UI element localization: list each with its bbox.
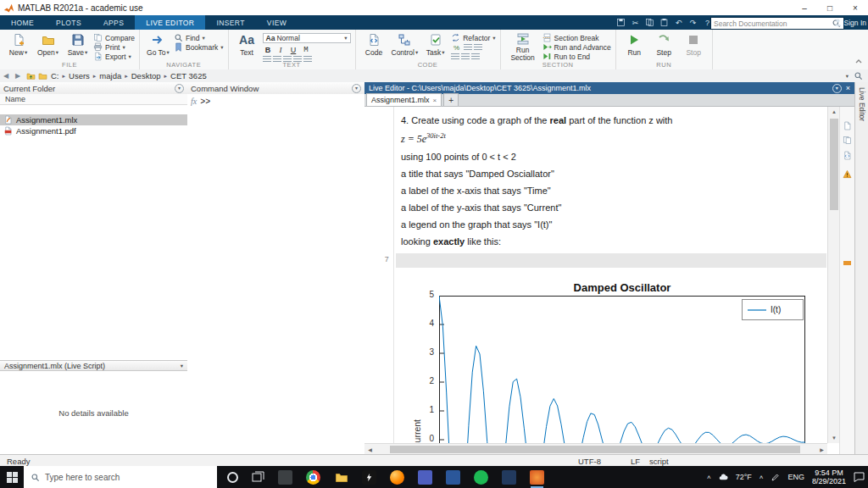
open-button[interactable]: Open▾ [34,31,62,60]
command-prompt[interactable]: >> [200,97,210,107]
goto-button[interactable]: Go To▾ [144,31,172,60]
step-button[interactable]: Step [650,31,678,60]
notification-center-icon[interactable] [854,472,865,482]
close-button[interactable]: × [843,0,868,15]
forward-icon[interactable]: ▶ [12,72,24,80]
tab-insert[interactable]: INSERT [205,15,255,30]
collapse-panel-icon[interactable]: ▾ [352,84,361,93]
live-editor-dock-tab[interactable]: Live Editor [858,82,866,121]
paste-icon[interactable] [659,18,669,27]
bolt-app-icon[interactable] [362,470,376,485]
chevron-up-icon[interactable]: ˄ [707,474,711,481]
uncomment-icon[interactable] [474,44,482,52]
back-icon[interactable]: ◀ [0,72,12,80]
section-break-button[interactable]: Section Break [542,33,611,42]
up-folder-icon[interactable] [26,71,36,80]
code-analyzer-warning-icon[interactable] [843,169,852,179]
output-inline-icon[interactable] [843,121,852,130]
print-button[interactable]: Print▾ [93,42,135,52]
close-panel-icon[interactable]: × [846,84,850,92]
run-button[interactable]: Run [620,31,648,60]
stop-button[interactable]: Stop [680,31,708,60]
wrap-comments-icon[interactable] [464,44,472,52]
live-script-document[interactable]: 7 4. Create using code a graph of the re… [364,107,827,443]
vertical-scrollbar[interactable]: ▲ ▼ [827,107,840,443]
hide-code-icon[interactable] [843,151,852,160]
firefox-icon[interactable] [390,470,404,485]
run-section-button[interactable]: Run Section [505,31,541,60]
text-style-select[interactable]: Aa Normal ▾ [263,33,351,43]
indent-left-icon[interactable] [451,53,459,61]
weather-cloud-icon[interactable] [719,473,728,482]
run-and-advance-button[interactable]: Run and Advance [542,42,611,52]
run-to-end-button[interactable]: Run to End [542,52,611,61]
new-button[interactable]: New▾ [4,31,32,60]
new-tab-button[interactable]: + [443,93,459,106]
teams-icon[interactable] [418,470,432,485]
collapse-panel-icon[interactable]: ▾ [832,84,842,93]
save-icon[interactable] [616,18,626,27]
breadcrumb-segment[interactable]: majda [99,71,121,80]
tab-home[interactable]: HOME [0,15,45,30]
code-section-placeholder[interactable] [396,253,826,268]
undo-icon[interactable]: ↶ [674,18,683,27]
indent-right-icon[interactable] [461,53,470,61]
export-button[interactable]: Export▾ [93,52,135,61]
breadcrumb-segment[interactable]: Users [69,71,90,80]
language-indicator[interactable]: ENG [787,473,804,481]
task-button[interactable]: Task▾ [421,31,449,60]
smart-indent-icon[interactable] [471,53,480,61]
tab-plots[interactable]: PLOTS [45,15,92,30]
code-button[interactable]: Code [360,31,388,60]
tab-live-editor[interactable]: LIVE EDITOR [135,15,205,30]
command-window-body[interactable]: fx >> [187,94,364,454]
sign-in-button[interactable]: Sign In [833,15,866,30]
pen-icon[interactable] [771,473,780,482]
scrollbar-warning-marker[interactable] [843,261,851,265]
scroll-down-icon[interactable]: ▼ [828,433,840,443]
start-button[interactable] [0,466,24,488]
status-encoding[interactable]: UTF-8 [578,457,601,466]
bookmark-button[interactable]: Bookmark▾ [174,42,224,52]
copy-icon[interactable] [645,18,654,27]
task-view-icon[interactable] [252,471,264,484]
bold-button[interactable]: B [263,44,274,55]
minimize-button[interactable]: – [792,0,817,15]
weather-temperature[interactable]: 72°F [736,473,752,481]
document-tab[interactable]: Assignment1.mlx × [366,93,442,106]
monospace-button[interactable]: M [301,44,312,55]
tab-apps[interactable]: APPS [92,15,135,30]
compare-button[interactable]: Compare [93,33,135,42]
maximize-button[interactable]: □ [817,0,843,15]
taskbar-search-box[interactable]: Type here to search [24,466,217,488]
file-explorer-icon[interactable] [334,470,348,485]
vertical-scrollbar-thumb[interactable] [830,119,838,210]
taskbar-app-icon[interactable] [278,470,292,485]
collapse-panel-icon[interactable]: ▾ [175,84,184,93]
cut-icon[interactable]: ✂ [631,18,640,27]
output-on-right-icon[interactable] [843,136,852,145]
collapse-toolstrip-button[interactable] [854,53,863,68]
horizontal-scrollbar-thumb[interactable] [390,446,800,453]
redo-icon[interactable]: ↷ [688,18,698,27]
chrome-icon[interactable] [306,470,320,485]
chevron-up-icon[interactable]: ˄ [760,474,764,481]
comment-button[interactable]: % [451,42,462,53]
tab-view[interactable]: VIEW [256,15,298,30]
word-icon[interactable] [446,470,460,485]
save-button[interactable]: Save▾ [64,31,92,60]
browse-folder-icon[interactable] [38,71,47,80]
italic-button[interactable]: I [275,44,287,55]
breadcrumb-segment[interactable]: CET 3625 [170,71,207,80]
breadcrumb-segment[interactable]: Desktop [131,71,161,80]
documentation-search-box[interactable]: Search Documentation [710,17,844,30]
taskbar-clock[interactable]: 9:54 PM 8/29/2021 [812,469,846,485]
matlab-taskbar-icon[interactable] [530,470,544,485]
file-row[interactable]: Assignment1.pdf [0,125,187,136]
name-column-header[interactable]: Name [0,94,187,105]
close-tab-icon[interactable]: × [433,97,437,104]
output-figure[interactable]: Damped Oscillator 5 4 3 2 1 0 Current [398,271,826,443]
spotify-icon[interactable] [474,470,488,485]
search-folder-icon[interactable] [854,71,863,80]
chevron-down-icon[interactable]: ▾ [846,73,849,80]
